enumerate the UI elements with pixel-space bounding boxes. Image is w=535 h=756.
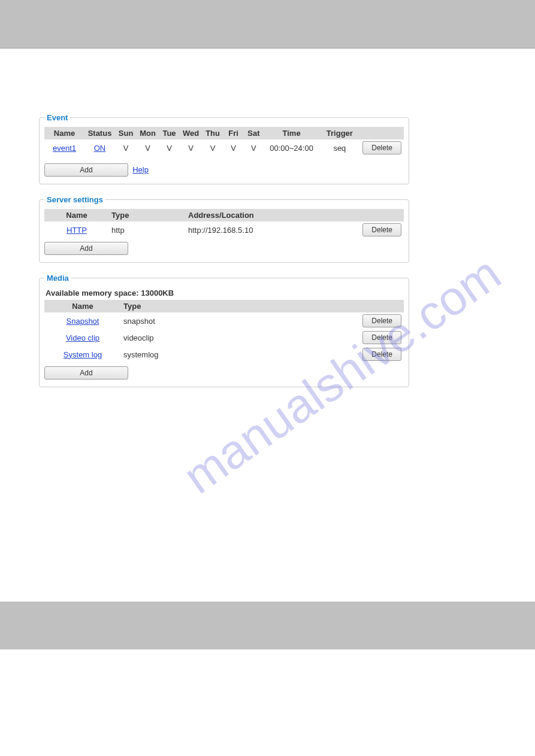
col-tue: Tue [159, 127, 180, 139]
media-videoclip-type: videoclip [121, 329, 198, 346]
col-name: Name [44, 300, 121, 312]
event-time: 00:00~24:00 [264, 139, 319, 156]
col-thu: Thu [202, 127, 223, 139]
media-row-snapshot: Snapshot snapshot Delete [44, 312, 404, 329]
top-bar [0, 0, 535, 48]
col-time: Time [264, 127, 319, 139]
media-legend: Media [44, 274, 71, 283]
spacer [0, 422, 535, 602]
server-header-row: Name Type Address/Location [44, 209, 404, 221]
event-fri: V [223, 139, 243, 156]
col-actions [360, 300, 404, 312]
media-systemlog-delete-button[interactable]: Delete [362, 348, 401, 361]
col-wed: Wed [180, 127, 202, 139]
event-sun: V [115, 139, 137, 156]
col-fri: Fri [223, 127, 243, 139]
event-delete-button[interactable]: Delete [362, 141, 401, 154]
col-trigger: Trigger [319, 127, 360, 139]
media-header-row: Name Type [44, 300, 404, 312]
media-videoclip-delete-button[interactable]: Delete [362, 331, 401, 344]
col-spacer [198, 300, 360, 312]
col-name: Name [44, 209, 109, 221]
media-videoclip-link[interactable]: Video clip [66, 333, 99, 342]
server-row: HTTP http http://192.168.5.10 Delete [44, 221, 404, 238]
event-fieldset: Event Name Status Sun Mon Tue Wed Thu Fr… [39, 113, 409, 184]
event-legend: Event [44, 113, 70, 122]
media-row-videoclip: Video clip videoclip Delete [44, 329, 404, 346]
col-name: Name [44, 127, 84, 139]
col-mon: Mon [137, 127, 159, 139]
media-fieldset: Media Available memory space: 13000KB Na… [39, 274, 409, 387]
event-header-row: Name Status Sun Mon Tue Wed Thu Fri Sat … [44, 127, 404, 139]
event-mon: V [137, 139, 159, 156]
media-memspace: Available memory space: 13000KB [46, 289, 404, 297]
col-addr: Address/Location [186, 209, 360, 221]
col-actions [360, 209, 404, 221]
page-content: manualshive.com Event Name Status Sun Mo… [0, 48, 535, 422]
event-add-button[interactable]: Add [44, 163, 128, 177]
media-table: Name Type Snapshot snapshot Delete Video… [44, 300, 404, 363]
event-name-link[interactable]: event1 [53, 144, 76, 153]
col-type: Type [121, 300, 198, 312]
media-systemlog-type: systemlog [121, 346, 198, 363]
server-type: http [109, 221, 186, 238]
server-name-link[interactable]: HTTP [67, 226, 87, 235]
col-type: Type [109, 209, 186, 221]
server-addr: http://192.168.5.10 [186, 221, 360, 238]
col-sat: Sat [243, 127, 264, 139]
event-wed: V [180, 139, 202, 156]
media-add-button[interactable]: Add [44, 366, 128, 379]
media-row-systemlog: System log systemlog Delete [44, 346, 404, 363]
server-table: Name Type Address/Location HTTP http htt… [44, 209, 404, 238]
server-fieldset: Server settings Name Type Address/Locati… [39, 195, 409, 263]
col-sun: Sun [115, 127, 137, 139]
bottom-bar [0, 602, 535, 649]
event-tue: V [159, 139, 180, 156]
event-thu: V [202, 139, 223, 156]
media-snapshot-type: snapshot [121, 312, 198, 329]
event-table: Name Status Sun Mon Tue Wed Thu Fri Sat … [44, 127, 404, 156]
col-actions [360, 127, 404, 139]
media-snapshot-link[interactable]: Snapshot [67, 317, 99, 326]
event-sat: V [243, 139, 264, 156]
server-legend: Server settings [44, 195, 105, 204]
event-status-link[interactable]: ON [94, 144, 106, 153]
col-status: Status [84, 127, 115, 139]
media-systemlog-link[interactable]: System log [64, 350, 102, 359]
event-trigger: seq [319, 139, 360, 156]
server-add-button[interactable]: Add [44, 242, 128, 255]
server-delete-button[interactable]: Delete [362, 223, 401, 236]
event-row: event1 ON V V V V V V V 00:00~24:00 seq … [44, 139, 404, 156]
event-help-link[interactable]: Help [132, 165, 149, 174]
media-snapshot-delete-button[interactable]: Delete [362, 314, 401, 327]
